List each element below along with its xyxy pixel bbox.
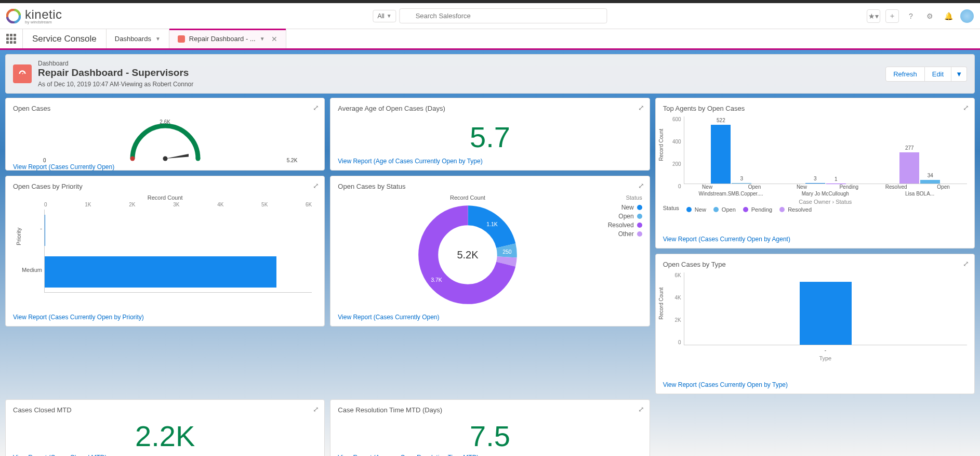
view-report-link[interactable]: View Report (Cases Currently Open by Age…	[663, 236, 967, 243]
chevron-down-icon[interactable]: ▼	[260, 36, 265, 42]
logo-text: kinetic	[25, 7, 62, 21]
agent-bar: 3	[732, 183, 751, 184]
expand-icon[interactable]: ⤢	[963, 259, 969, 268]
app-nav-bar: Service Console Dashboards ▼ Repair Dash…	[0, 29, 980, 50]
legend-title: Status	[663, 205, 679, 214]
close-tab-icon[interactable]: ✕	[271, 35, 277, 43]
view-report-link[interactable]: View Report (Age of Cases Currently Open…	[338, 158, 642, 165]
type-bar	[800, 282, 852, 345]
svg-point-1	[195, 157, 200, 161]
metric-value: 2.2K	[13, 418, 317, 454]
expand-icon[interactable]: ⤢	[313, 405, 319, 413]
donut-center-value: 5.2K	[457, 249, 478, 261]
x-axis-label: Type	[684, 355, 967, 361]
view-report-link[interactable]: View Report (Cases Currently Open)	[13, 163, 317, 171]
refresh-button[interactable]: Refresh	[885, 67, 925, 82]
nav-tab-label: Dashboards	[115, 35, 151, 43]
card-by-priority: Open Cases by Priority ⤢ Record Count 01…	[5, 176, 325, 327]
expand-icon[interactable]: ⤢	[638, 103, 644, 112]
gauge-chart: 2.6K 0 5.2K	[13, 116, 317, 163]
view-report-link[interactable]: View Report (Cases Closed MTD)	[13, 454, 317, 456]
type-bar-label: -	[684, 347, 967, 353]
search-scope-picker[interactable]: All ▼	[373, 10, 396, 22]
add-button[interactable]: ＋	[885, 9, 899, 23]
chevron-down-icon: ▼	[387, 13, 392, 19]
card-avg-age: Average Age of Open Cases (Days) ⤢ 5.7 V…	[330, 98, 650, 171]
header-actions: ★▾ ＋ ? ⚙ 🔔	[867, 9, 974, 23]
setup-gear-icon[interactable]: ⚙	[923, 9, 936, 23]
expand-icon[interactable]: ⤢	[963, 103, 969, 112]
page-title: Repair Dashboard - Supervisors	[38, 67, 193, 79]
favorites-button[interactable]: ★▾	[867, 9, 880, 23]
app-name: Service Console	[23, 29, 107, 48]
view-report-link[interactable]: View Report (Cases Currently Open by Pri…	[13, 314, 317, 321]
donut-title: Record Count	[338, 194, 597, 201]
notifications-bell-icon[interactable]: 🔔	[942, 9, 955, 23]
priority-chart: 01K2K3K4K5K6K Priority -Medium	[13, 202, 317, 306]
gauge-min-label: 0	[43, 158, 46, 163]
search-input[interactable]	[400, 8, 607, 23]
page-header: Dashboard Repair Dashboard - Supervisors…	[5, 54, 975, 94]
legend: Status New Open Pending Resolved	[663, 205, 967, 214]
y-axis-ticks: 6K 4K 2K 0	[663, 272, 681, 345]
expand-icon[interactable]: ⤢	[638, 181, 644, 190]
chevron-down-icon[interactable]: ▼	[155, 36, 161, 42]
axis-caption: Case Owner › Status	[684, 199, 967, 205]
card-title: Open Cases by Priority	[13, 183, 317, 190]
view-report-link[interactable]: View Report (Cases Currently Open by Typ…	[663, 381, 967, 388]
nav-tab-repair-dashboard[interactable]: Repair Dashboard - ... ▼ ✕	[169, 29, 286, 48]
card-closed-mtd: Cases Closed MTD ⤢ 2.2K View Report (Cas…	[5, 399, 325, 456]
card-title: Top Agents by Open Cases	[663, 105, 967, 112]
type-chart: Record Count 6K 4K 2K 0 - Type	[663, 272, 967, 361]
edit-button[interactable]: Edit	[925, 67, 951, 82]
dashboard-tab-icon	[178, 35, 185, 43]
card-title: Open Cases by Status	[338, 183, 642, 190]
agent-bar: 277	[899, 152, 919, 184]
svg-marker-2	[165, 154, 189, 159]
card-title: Case Resolution Time MTD (Days)	[338, 406, 642, 414]
page-actions: Refresh Edit ▼	[885, 67, 967, 82]
gauge-max-label: 5.2K	[287, 158, 298, 163]
view-report-link[interactable]: View Report (Average Case Resolution Tim…	[338, 454, 642, 456]
status-donut: Record Count 1.1K2503.7K 5.2K Status New…	[338, 194, 642, 307]
y-axis-ticks: 600 400 200 0	[663, 116, 681, 189]
card-resolution-time: Case Resolution Time MTD (Days) ⤢ 7.5 Vi…	[330, 399, 650, 456]
expand-icon[interactable]: ⤢	[313, 181, 319, 190]
global-header: kinetic by windstream All ▼ 🔍 ★▾ ＋ ? ⚙ 🔔	[0, 3, 980, 29]
search-scope-label: All	[377, 12, 384, 20]
app-launcher-icon[interactable]	[0, 29, 23, 48]
bar-label: -	[14, 225, 42, 231]
object-label: Dashboard	[38, 60, 193, 67]
card-by-type: Open Cases by Type ⤢ Record Count 6K 4K …	[655, 254, 975, 394]
agent-bar: 34	[920, 180, 940, 184]
dashboard-icon	[13, 64, 32, 83]
nav-tab-label: Repair Dashboard - ...	[189, 35, 256, 43]
global-search: All ▼ 🔍	[373, 8, 607, 23]
x-axis-label: Record Count	[13, 194, 317, 201]
agent-bar: 522	[711, 125, 731, 184]
card-title: Open Cases	[13, 105, 317, 112]
legend-title: Status	[608, 194, 642, 201]
svg-point-3	[163, 157, 167, 161]
card-by-status: Open Cases by Status ⤢ Record Count 1.1K…	[330, 176, 650, 327]
expand-icon[interactable]: ⤢	[638, 405, 644, 413]
priority-bar	[45, 215, 45, 246]
brand-logo: kinetic by windstream	[6, 7, 62, 24]
kinetic-logo-icon	[6, 9, 21, 23]
metric-value: 7.5	[338, 418, 642, 454]
priority-bar	[45, 256, 276, 288]
nav-tab-dashboards[interactable]: Dashboards ▼	[107, 29, 169, 48]
svg-point-0	[130, 157, 135, 161]
card-top-agents: Top Agents by Open Cases ⤢ Record Count …	[655, 98, 975, 249]
top-agents-chart: Record Count 600 400 200 0 52233127734 N…	[663, 116, 967, 200]
help-button[interactable]: ?	[904, 9, 918, 23]
view-report-link[interactable]: View Report (Cases Currently Open)	[338, 314, 642, 321]
card-title: Cases Closed MTD	[13, 406, 317, 414]
metric-value: 5.7	[338, 116, 642, 158]
more-actions-button[interactable]: ▼	[951, 67, 967, 82]
bar-label: Medium	[14, 267, 42, 273]
card-open-cases: Open Cases ⤢ 2.6K 0 5.2K View Report (Ca…	[5, 98, 325, 171]
avatar[interactable]	[960, 9, 974, 23]
expand-icon[interactable]: ⤢	[313, 103, 319, 112]
gauge-value-label: 2.6K	[160, 119, 170, 125]
